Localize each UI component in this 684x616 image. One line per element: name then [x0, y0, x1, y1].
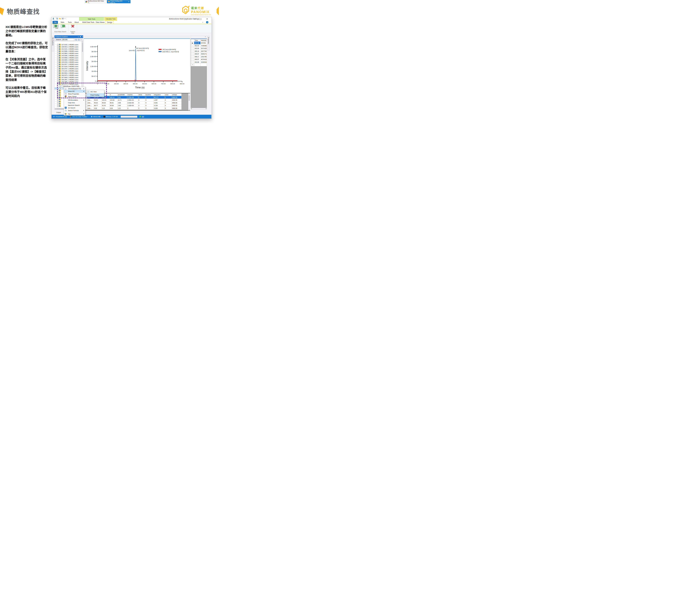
- tree-item[interactable]: ›198.1851, 1 MS/MS scans: [54, 79, 82, 81]
- chevron-icon[interactable]: ›: [55, 94, 56, 96]
- checkbox[interactable]: [57, 66, 59, 67]
- tab-output[interactable]: Output: [56, 112, 61, 113]
- chevron-icon[interactable]: ›: [55, 66, 56, 67]
- table-row[interactable]: [min…0.001.210.001.210500.00003082.55: [84, 107, 182, 110]
- table-row-new[interactable]: *: [191, 64, 207, 66]
- chevron-icon[interactable]: ›: [55, 74, 56, 76]
- status-toolkit[interactable]: Use m/z Data Toolkits ▾: [70, 116, 88, 117]
- expand-options-icon[interactable]: ▾: [81, 39, 82, 40]
- chevron-icon[interactable]: ›: [55, 57, 56, 59]
- tree-item[interactable]: ›154.0417, 1 MS/MS scans: [54, 63, 82, 65]
- checkbox[interactable]: [57, 46, 59, 48]
- chevron-icon[interactable]: ›: [55, 64, 56, 65]
- chevron-icon[interactable]: ›: [55, 79, 56, 80]
- tab-file[interactable]: File: [52, 21, 58, 24]
- tree-item[interactable]: ›196.0479, 1 MS/MS scans: [54, 74, 82, 76]
- menu-item-file[interactable]: File▶: [64, 113, 85, 115]
- calculator-tools-context-tab[interactable]: Calculator Tools: [104, 17, 117, 21]
- scroll-left-icon[interactable]: ◀: [54, 108, 56, 110]
- open-folder-icon[interactable]: [59, 18, 61, 19]
- doc-tab-peak-finding[interactable]: Peak Finding [XIC [m/z=2... ✕: [107, 0, 131, 3]
- table-row[interactable]: 405.19332778496: [191, 50, 207, 52]
- table-row[interactable]: [min…95.6299.3096.913.682.01E+06400.3010…: [84, 102, 182, 104]
- col-header[interactable]: noise: [164, 93, 172, 96]
- checkbox[interactable]: [57, 105, 59, 107]
- col-header[interactable]: maxInto: [127, 93, 138, 96]
- menu-item-dia-annotation[interactable]: DIA Annotation▶: [64, 99, 85, 101]
- table-row[interactable]: 409.5746744184: [191, 58, 207, 61]
- tab-tools[interactable]: Tools: [67, 21, 73, 24]
- row-selector[interactable]: ▶: [191, 42, 194, 44]
- checkbox[interactable]: [57, 53, 59, 54]
- panel-close-icon[interactable]: ✕: [82, 36, 83, 38]
- checkbox[interactable]: [57, 44, 59, 45]
- tree-item[interactable]: ›146.0600, 1 MS/MS scans: [54, 59, 82, 61]
- table-row[interactable]: 408.17120179576: [191, 55, 207, 58]
- menu-item-ion-search[interactable]: Ion Search: [64, 107, 85, 109]
- col-header[interactable]: integration: [154, 93, 164, 96]
- tab-design[interactable]: Design: [106, 21, 114, 24]
- doc-tab-data-table[interactable]: BioNovoGene M/Z Data T...: [84, 0, 107, 3]
- chevron-icon[interactable]: ›: [55, 96, 56, 98]
- table-row[interactable]: [min…99.30110.01104.6810.712.65E+06901.8…: [84, 99, 182, 102]
- tree-item[interactable]: ›157.0164, 2 MS/MS scans: [54, 65, 82, 68]
- checkbox[interactable]: [57, 101, 59, 103]
- tab-close-icon[interactable]: ✕: [128, 1, 130, 3]
- tree-item[interactable]: ›160.0757, 1 MS/MS scans: [54, 68, 82, 70]
- pin-icon[interactable]: [80, 36, 81, 38]
- chevron-icon[interactable]: ›: [55, 50, 56, 52]
- tree-item[interactable]: ›186.9563, 1 MS/MS scans: [54, 72, 82, 74]
- checkbox[interactable]: [57, 74, 59, 76]
- tree-item[interactable]: ›137.0152, 1 MS/MS scans: [54, 44, 82, 46]
- sidebar-tab-file-explorer[interactable]: File Explorer: [52, 36, 54, 51]
- table-vertical-scrollbar[interactable]: ▲ ▼: [188, 93, 190, 110]
- checkbox[interactable]: [57, 55, 59, 57]
- chevron-icon[interactable]: ›: [55, 81, 56, 83]
- close-button[interactable]: ✕: [205, 17, 209, 20]
- scroll-thumb[interactable]: [56, 108, 64, 110]
- table-row[interactable]: [min…88.7791.4390.082.661.02E+06300.1360…: [84, 104, 182, 107]
- checkbox[interactable]: [57, 72, 59, 74]
- minimize-button[interactable]: —: [192, 17, 197, 20]
- clear-search-icon[interactable]: [78, 39, 79, 41]
- search-icon[interactable]: [75, 39, 77, 41]
- scroll-down-icon[interactable]: ▼: [188, 109, 190, 110]
- tree-item[interactable]: ›174.1124, 1 MS/MS scans: [54, 70, 82, 72]
- save-icon[interactable]: [62, 18, 64, 19]
- col-header-time[interactable]: Time: [194, 39, 201, 42]
- tree-item[interactable]: ›143.0396, 1 MS/MS scans: [54, 54, 82, 57]
- chevron-icon[interactable]: ›: [55, 77, 56, 78]
- checkbox[interactable]: [57, 77, 59, 78]
- col-header[interactable]: baseline: [145, 93, 154, 96]
- help-icon[interactable]: ?: [206, 21, 208, 23]
- checkbox[interactable]: [57, 62, 59, 63]
- search-input[interactable]: [62, 39, 74, 41]
- checkbox[interactable]: [57, 57, 59, 59]
- scroll-right-icon[interactable]: ▶: [206, 108, 207, 109]
- panel-dropdown-icon[interactable]: ▼: [205, 36, 206, 38]
- tree-item[interactable]: ›197.0669, 1 MS/MS scans: [54, 76, 82, 79]
- chevron-icon[interactable]: ›: [55, 55, 56, 56]
- chevron-icon[interactable]: ›: [55, 99, 56, 100]
- chevron-icon[interactable]: ›: [55, 92, 56, 93]
- chevron-icon[interactable]: ›: [55, 48, 56, 50]
- chevron-icon[interactable]: ›: [55, 53, 56, 54]
- menu-item-copy-ions[interactable]: Copy Ions: [64, 101, 85, 104]
- checkbox[interactable]: [57, 59, 59, 61]
- panel-dropdown-icon[interactable]: ▾: [78, 36, 79, 38]
- flask-icon[interactable]: [52, 18, 54, 20]
- chevron-icon[interactable]: ›: [55, 70, 56, 72]
- col-header-intensity[interactable]: Intensity: [201, 39, 207, 42]
- checkbox[interactable]: [57, 81, 59, 83]
- reset-filter-button[interactable]: Reset Filter: [69, 25, 76, 27]
- xic-table-horizontal-scrollbar[interactable]: ◀ ▶: [191, 108, 207, 110]
- status-file[interactable]: P211004079.raw: [53, 116, 67, 117]
- scroll-left-icon[interactable]: ◀: [191, 108, 192, 109]
- chevron-icon[interactable]: ›: [55, 68, 56, 69]
- chevron-icon[interactable]: ›: [55, 90, 56, 91]
- table-row[interactable]: 402.6472400968: [191, 44, 207, 47]
- chevron-icon[interactable]: ›: [55, 59, 56, 61]
- table-row[interactable]: 403.95257142928: [191, 47, 207, 50]
- tab-mzkit-data-tools[interactable]: Mzkit Data Tools: [81, 21, 96, 24]
- chevron-icon[interactable]: ›: [55, 62, 56, 63]
